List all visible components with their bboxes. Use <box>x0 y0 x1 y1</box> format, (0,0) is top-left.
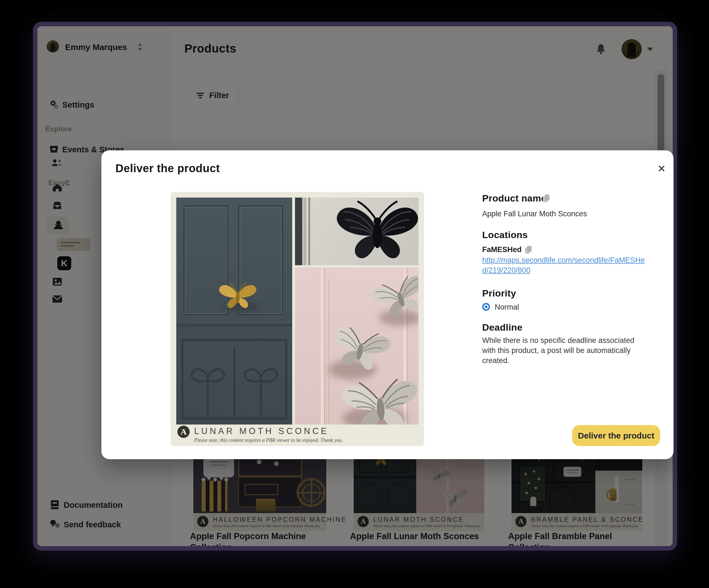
location-url-line1[interactable]: http://maps.secondlife.com/secondlife/Fa… <box>482 256 645 265</box>
deadline-note: While there is no specific deadline asso… <box>482 335 650 365</box>
poster-caption-note: Please note, this content requires a PBR… <box>194 437 343 443</box>
deliver-product-button[interactable]: Deliver the product <box>572 425 660 446</box>
poster-caption-title: LUNAR MOTH SCONCE <box>194 426 329 436</box>
copy-icon[interactable] <box>543 195 550 203</box>
screen: Emmy Marques Settings Exp <box>0 0 709 588</box>
app-window: Emmy Marques Settings Exp <box>33 22 677 551</box>
product-name-value: Apple Fall Lunar Moth Sconces <box>482 210 587 218</box>
black-moth <box>331 198 418 265</box>
door-tracery <box>181 339 287 420</box>
priority-label: Priority <box>482 288 516 299</box>
priority-radio-selected[interactable] <box>482 303 490 311</box>
locations-label: Locations <box>482 229 528 240</box>
silver-moth <box>331 366 418 425</box>
modal-title: Deliver the product <box>115 162 220 175</box>
deliver-product-modal: Deliver the product ✕ <box>101 150 674 459</box>
brand-logo: A <box>177 426 190 438</box>
copy-icon[interactable] <box>525 246 532 254</box>
close-icon[interactable]: ✕ <box>653 160 670 177</box>
door-photo <box>176 198 292 425</box>
silver-moths-photo <box>295 267 418 425</box>
product-poster: A LUNAR MOTH SCONCE Please note, this co… <box>171 192 424 446</box>
black-moth-photo <box>295 198 418 265</box>
product-name-label: Product name <box>482 193 546 204</box>
location-store-name: FaMESHed <box>482 246 522 254</box>
location-url-line2[interactable]: d/219/220/800 <box>482 266 530 275</box>
deadline-label: Deadline <box>482 322 522 333</box>
gold-moth <box>215 279 260 312</box>
priority-value: Normal <box>495 303 519 312</box>
